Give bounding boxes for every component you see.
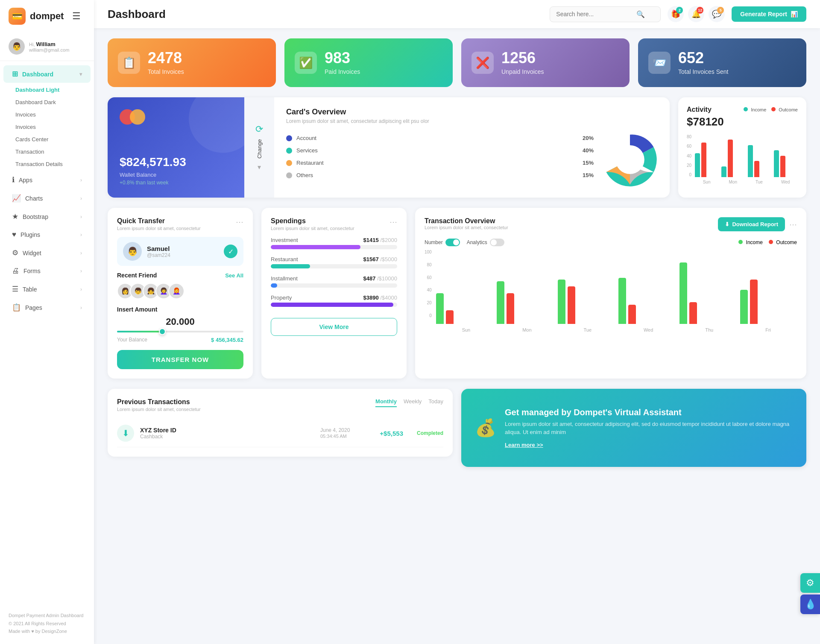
amount-slider[interactable] — [117, 331, 243, 332]
stat-icon-total: 📋 — [118, 52, 140, 74]
selected-friend-name: Samuel — [147, 245, 170, 252]
activity-legend: Income Outcome — [744, 107, 798, 112]
number-toggle[interactable] — [445, 239, 460, 246]
pt-tab-monthly[interactable]: Monthly — [375, 398, 397, 407]
legend-pct-account: 20% — [583, 135, 594, 141]
tx-info-xyz: XYZ Store ID Cashback — [140, 427, 314, 440]
sidebar-item-bootstrap[interactable]: ★ Bootstrap › — [3, 208, 91, 225]
message-btn[interactable]: 💬 5 — [709, 6, 725, 22]
activity-amount: $78120 — [687, 115, 798, 128]
overview-title: Card's Overview — [286, 108, 658, 117]
spending-investment: Investment $1415 /$2000 — [271, 237, 397, 249]
table-arrow: › — [80, 286, 82, 292]
balance-row: Your Balance $ 456,345.62 — [117, 337, 243, 343]
analytics-toggle[interactable] — [490, 239, 504, 246]
apps-arrow: › — [80, 177, 82, 183]
quick-transfer-header: Quick Transfer Lorem ipsum dolor sit ame… — [117, 217, 243, 237]
dashboard-label: Dashboard — [22, 71, 53, 78]
friend-thumb-5[interactable]: 👩‍🦰 — [168, 283, 184, 299]
spendings-header: Spendings Lorem ipsum dolor sit amet, co… — [271, 217, 397, 237]
sidebar-item-dashboard-light[interactable]: Dashboard Light — [15, 84, 94, 96]
stat-label-paid: Paid Invoices — [325, 68, 360, 75]
sidebar-item-cards-center[interactable]: Cards Center — [15, 133, 94, 146]
va-learn-more-link[interactable]: Learn more >> — [505, 442, 543, 448]
selected-friend[interactable]: 👨 Samuel @sam224 ✓ — [117, 237, 243, 266]
footer-line1: Dompet Payment Admin Dashboard — [9, 612, 85, 620]
see-all-link[interactable]: See All — [225, 272, 243, 279]
hamburger-icon[interactable]: ☰ — [72, 11, 81, 22]
to-bar-income-wed — [618, 278, 626, 324]
search-bar[interactable]: 🔍 — [550, 6, 661, 22]
dashboard-icon: ⊞ — [12, 70, 18, 79]
gift-btn[interactable]: 🎁 2 — [668, 6, 684, 22]
bottom-section: Quick Transfer Lorem ipsum dolor sit ame… — [108, 208, 806, 379]
to-bars — [436, 256, 797, 324]
check-button[interactable]: ✓ — [224, 245, 237, 258]
stat-card-paid: ✅ 983 Paid Invoices — [284, 38, 453, 87]
bar-group-mon — [721, 140, 745, 177]
sidebar-item-pages[interactable]: 📋 Pages › — [3, 299, 91, 316]
selected-friend-handle: @sam224 — [147, 252, 170, 258]
plugins-label: Plugins — [20, 231, 40, 238]
tx-name-xyz: XYZ Store ID — [140, 427, 314, 434]
sidebar: 💳 dompet ☰ 👨 Hi, William william@gmail.c… — [0, 0, 94, 644]
friends-row: 👩 👦 👧 👩‍🦱 👩‍🦰 — [117, 283, 243, 299]
sidebar-item-invoices[interactable]: Invoices — [15, 121, 94, 133]
transfer-now-button[interactable]: TRANSFER NOW — [117, 350, 243, 369]
charts-label: Charts — [25, 195, 43, 202]
bottom-grid: Previous Transactions Lorem ipsum dolor … — [108, 389, 806, 467]
spending-property: Property $3890 /$4000 — [271, 294, 397, 307]
bootstrap-icon: ★ — [12, 212, 18, 221]
sidebar-item-my-wallet[interactable]: Invoices — [15, 108, 94, 121]
middle-section: $824,571.93 Wallet Balance +0.8% than la… — [108, 97, 806, 198]
sidebar-item-dashboard-dark[interactable]: Dashboard Dark — [15, 96, 94, 108]
download-report-button[interactable]: ⬇ Download Report — [718, 217, 785, 231]
spending-installment-fill — [271, 283, 277, 288]
stat-card-unpaid: ❌ 1256 Unpaid Invoices — [461, 38, 630, 87]
tx-status-xyz: Completed — [409, 430, 443, 436]
charts-arrow: › — [80, 195, 82, 201]
sidebar-item-forms[interactable]: 🖨 Forms › — [3, 262, 91, 280]
float-settings-button[interactable]: ⚙ — [800, 573, 820, 593]
slider-thumb[interactable] — [159, 328, 166, 335]
change-btn-col[interactable]: ⟳ Change ▾ — [244, 97, 274, 198]
apps-icon: ℹ — [12, 175, 15, 184]
to-dots[interactable]: ⋯ — [789, 220, 797, 229]
sidebar-item-charts[interactable]: 📈 Charts › — [3, 189, 91, 207]
bar-group-sun — [695, 143, 719, 177]
va-icon: 💰 — [475, 418, 496, 438]
sidebar-item-table[interactable]: ☰ Table › — [3, 280, 91, 298]
charts-icon: 📈 — [12, 194, 21, 203]
sidebar-item-dashboard[interactable]: ⊞ Dashboard ▾ — [3, 65, 91, 83]
dashboard-submenu: Dashboard Light Dashboard Dark Invoices … — [0, 84, 94, 170]
download-icon: ⬇ — [725, 221, 729, 227]
sidebar-item-apps[interactable]: ℹ Apps › — [3, 171, 91, 189]
sidebar-item-plugins[interactable]: ♥ Plugins › — [3, 226, 91, 243]
search-input[interactable] — [556, 11, 633, 17]
spendings-dots[interactable]: ⋯ — [390, 217, 397, 227]
pt-tab-weekly[interactable]: Weekly — [404, 398, 422, 407]
legend-others: Others 15% — [286, 172, 594, 178]
virtual-assistant-banner: 💰 Get managed by Dompet's Virtual Assist… — [461, 389, 806, 467]
user-name: William — [36, 41, 56, 47]
main-content: Dashboard 🔍 🎁 2 🔔 12 💬 5 Generate Report… — [94, 0, 820, 644]
to-bar-fri — [740, 280, 797, 324]
generate-report-button[interactable]: Generate Report 📊 — [732, 6, 806, 22]
notification-btn[interactable]: 🔔 12 — [688, 6, 704, 22]
activity-bar-labels: SunMonTueWed — [695, 180, 798, 184]
bar-outcome-tue — [754, 161, 759, 177]
sidebar-item-widget[interactable]: ⚙ Widget › — [3, 244, 91, 262]
sidebar-item-transaction-details[interactable]: Transaction Details — [15, 158, 94, 170]
activity-card: Activity Income Outcome $78120 — [678, 97, 806, 198]
bar-outcome-sun — [701, 143, 706, 177]
spendings-card: Spendings Lorem ipsum dolor sit amet, co… — [261, 208, 407, 379]
stat-info-total: 2478 Total Invoices — [148, 50, 184, 75]
sidebar-item-transaction[interactable]: Transaction — [15, 146, 94, 158]
forms-label: Forms — [23, 268, 41, 274]
quick-transfer-dots[interactable]: ⋯ — [236, 217, 243, 227]
pt-tab-today[interactable]: Today — [428, 398, 443, 407]
float-drop-button[interactable]: 💧 — [800, 594, 820, 614]
footer-line2: © 2021 All Rights Reserved — [9, 620, 85, 628]
stat-icon-unpaid: ❌ — [472, 52, 494, 74]
view-more-button[interactable]: View More — [271, 318, 397, 336]
